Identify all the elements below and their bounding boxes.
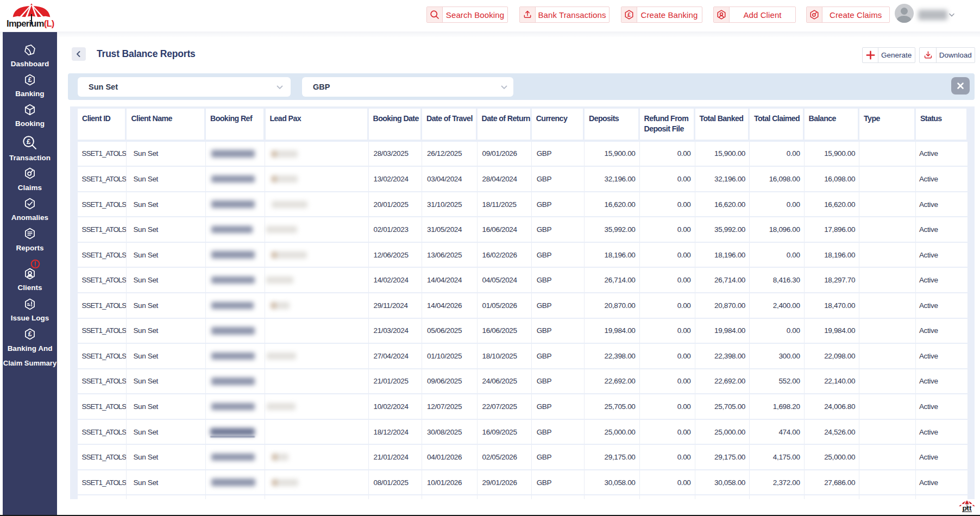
svg-text:ptt: ptt — [962, 504, 972, 512]
svg-text:£: £ — [627, 12, 631, 18]
svg-text:£: £ — [28, 76, 32, 84]
svg-text:£: £ — [27, 137, 31, 146]
svg-text:£: £ — [28, 330, 32, 338]
